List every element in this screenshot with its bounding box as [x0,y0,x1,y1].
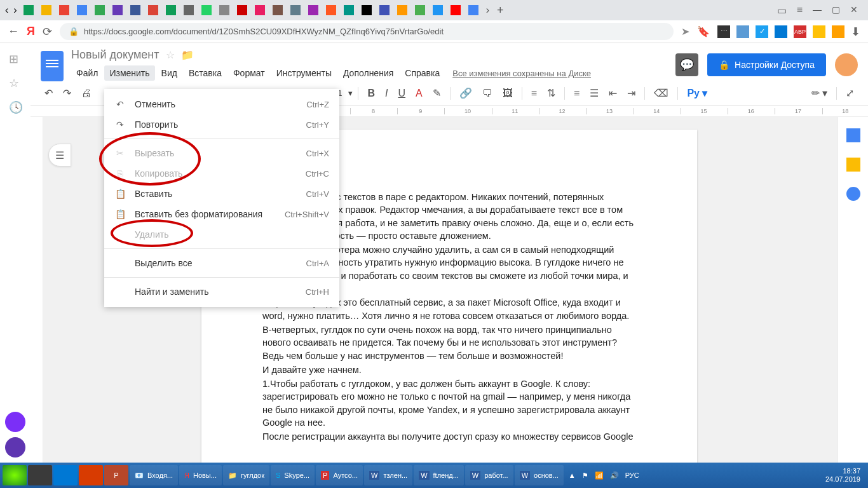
tray-up-icon[interactable]: ▲ [569,471,576,479]
docs-logo-icon[interactable] [41,51,64,81]
underline-icon[interactable]: U [394,85,409,102]
tab-icon[interactable] [326,5,336,15]
taskbar-clock[interactable]: 18:37 24.07.2019 [825,467,865,484]
input-tools-icon[interactable]: Ру ▾ [683,85,711,102]
tab-icon[interactable] [184,5,194,15]
menu-paste-plain[interactable]: 📋 Вставить без форматирования Ctrl+Shift… [104,204,339,224]
tab-icon[interactable] [255,5,265,15]
panel-icon[interactable]: ▭ [777,4,787,17]
tray-icon[interactable]: ⚑ [582,471,588,480]
text-color-icon[interactable]: A [412,85,426,102]
menu-help[interactable]: Справка [400,65,445,81]
tab-icon[interactable] [451,5,461,15]
line-spacing-icon[interactable]: ⇅ [543,85,559,102]
taskbar-app[interactable] [53,465,78,485]
tab-icon[interactable] [130,5,140,15]
download-icon[interactable]: ⬇ [851,25,860,39]
menu-redo[interactable]: ↷ Повторить Ctrl+Y [104,114,339,135]
adblock-icon[interactable]: ABP [794,25,806,38]
maximize-icon[interactable]: ▢ [832,4,840,17]
tab-icon[interactable] [41,5,51,15]
tab-scroll-right-icon[interactable]: › [13,4,17,16]
menu-paste[interactable]: 📋 Вставить Ctrl+V [104,184,339,204]
doc-paragraph[interactable]: После регистрации аккаунта вы получите д… [262,430,636,443]
tab-icon[interactable] [290,5,301,15]
taskbar-app[interactable] [79,465,103,485]
favorites-icon[interactable]: ☆ [9,76,22,89]
menu-find-replace[interactable]: Найти и заменить Ctrl+H [104,281,339,302]
user-avatar[interactable] [835,53,858,76]
nav-back-icon[interactable]: ← [8,25,19,38]
share-button[interactable]: 🔒 Настройки Доступа [707,53,826,76]
history-icon[interactable]: 🕓 [9,100,22,113]
menu-file[interactable]: Файл [71,65,103,81]
bold-icon[interactable]: B [363,85,379,102]
dropdown-icon[interactable]: ▾ [348,88,353,98]
tab-icon[interactable] [237,5,247,15]
tab-icon[interactable] [148,5,158,15]
comments-icon[interactable]: 💬 [675,53,698,76]
doc-paragraph[interactable]: И давайте уже начнем. [262,363,636,376]
new-tab-icon[interactable]: + [497,4,504,17]
menu-cut[interactable]: ✂ Вырезать Ctrl+X [104,143,339,163]
ext-icon[interactable] [736,25,749,38]
send-icon[interactable]: ➤ [681,25,689,37]
menu-undo[interactable]: ↶ Отменить Ctrl+Z [104,94,339,114]
taskbar-app[interactable]: Wftленд... [414,465,464,485]
reload-icon[interactable]: ⟳ [43,25,52,39]
ext-icon[interactable]: ⋯ [717,25,730,38]
tab-icon[interactable] [59,5,69,15]
doc-paragraph[interactable]: В-четвертых, гуглдок по сути очень похож… [262,323,636,362]
taskbar-app[interactable]: Wработ... [465,465,513,485]
undo-icon[interactable]: ↶ [41,85,57,102]
edit-mode-icon[interactable]: ✏ ▾ [808,85,831,102]
comment-icon[interactable]: 🗨 [478,85,496,102]
ext-icon[interactable] [832,25,844,38]
bullet-list-icon[interactable]: ☰ [586,85,602,102]
alice-assistant-icon[interactable] [5,412,25,432]
indent-less-icon[interactable]: ⇤ [605,85,621,102]
tab-scroll-right-icon[interactable]: › [486,4,489,16]
saved-status-link[interactable]: Все изменения сохранены на Диске [452,69,591,78]
menu-format[interactable]: Формат [228,65,270,81]
tab-icon[interactable] [273,5,283,15]
tab-icon[interactable] [166,5,176,15]
ext-icon[interactable]: ✓ [756,25,768,38]
tab-scroll-left-icon[interactable]: ‹ [5,4,8,16]
tasks-icon[interactable] [846,187,860,201]
taskbar-app[interactable]: 📁гуглдок [223,465,269,485]
apps-icon[interactable]: ⊞ [9,52,22,65]
menu-copy[interactable]: ⎘ Копировать Ctrl+C [104,163,339,184]
tab-icon[interactable] [397,5,407,15]
menu-addons[interactable]: Дополнения [338,65,398,81]
expand-icon[interactable]: ⤢ [842,85,858,102]
alice-voice-icon[interactable] [5,437,25,458]
image-icon[interactable]: 🖼 [499,85,517,102]
tab-icon[interactable] [219,5,229,15]
tray-lang[interactable]: РУС [625,471,639,479]
indent-more-icon[interactable]: ⇥ [623,85,639,102]
tab-icon[interactable] [95,5,105,15]
link-icon[interactable]: 🔗 [456,85,476,102]
tab-icon[interactable] [468,5,478,15]
highlight-icon[interactable]: ✎ [429,85,445,102]
outline-toggle-icon[interactable]: ☰ [48,144,71,166]
taskbar-app[interactable]: Wтзлен... [364,465,412,485]
tab-icon[interactable] [112,5,123,15]
menu-delete[interactable]: Удалить [104,224,339,245]
menu-select-all[interactable]: Выделить все Ctrl+A [104,253,339,273]
italic-icon[interactable]: I [381,85,391,102]
taskbar-app[interactable]: 📧Входя... [130,465,178,485]
menu-edit[interactable]: Изменить [104,65,154,81]
star-icon[interactable]: ☆ [166,49,175,61]
keep-icon[interactable] [846,158,860,172]
bookmark-icon[interactable]: 🔖 [697,25,710,37]
tab-icon[interactable] [362,5,372,15]
folder-icon[interactable]: 📁 [181,49,194,61]
menu-tools[interactable]: Инструменты [271,65,337,81]
ext-icon[interactable] [813,25,825,38]
tray-icon[interactable]: 📶 [595,471,604,480]
document-title[interactable]: Новый документ [71,48,159,62]
yandex-home-icon[interactable]: Я [27,25,35,38]
minimize-icon[interactable]: — [813,4,822,17]
